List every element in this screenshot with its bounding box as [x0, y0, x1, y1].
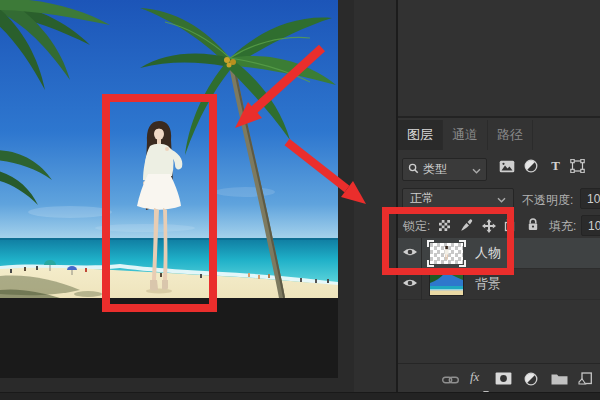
lock-image-icon[interactable] — [460, 219, 473, 235]
lock-transparency-icon[interactable] — [439, 220, 450, 231]
fill-label: 填充: — [549, 218, 576, 235]
fill-input[interactable]: 100 — [581, 215, 600, 236]
layer-name: 背景 — [475, 275, 501, 293]
chevron-down-icon — [472, 163, 481, 177]
visibility-toggle[interactable] — [398, 269, 422, 300]
lock-all-icon[interactable] — [527, 218, 539, 234]
tab-paths[interactable]: 路径 — [488, 120, 533, 150]
document-canvas[interactable] — [0, 0, 338, 298]
selection-bracket — [427, 240, 434, 247]
horizontal-scrollbar[interactable] — [0, 378, 354, 392]
blend-mode-row: 正常 不透明度: 100 — [398, 188, 600, 212]
lock-artboard-icon[interactable] — [503, 219, 516, 235]
layer-name: 人物 — [475, 244, 501, 262]
visibility-toggle[interactable] — [398, 238, 422, 269]
filter-kind-dropdown[interactable]: 类型 — [402, 158, 487, 181]
layers-list: 人物 背景 — [398, 238, 600, 300]
pixel-layer-filter-icon[interactable] — [499, 160, 515, 176]
photoshop-window: 图层 通道 路径 类型 T — [0, 0, 600, 400]
layer-mask-icon[interactable] — [495, 372, 512, 388]
blend-mode-value: 正常 — [410, 190, 497, 207]
filter-kind-label: 类型 — [423, 161, 472, 178]
opacity-input[interactable]: 100 — [580, 188, 600, 209]
layers-panel: 图层 通道 路径 类型 T — [398, 0, 600, 400]
tab-layers[interactable]: 图层 — [398, 120, 443, 150]
layer-thumbnail-background[interactable] — [430, 274, 463, 295]
layer-row-background[interactable]: 背景 — [398, 269, 600, 300]
tab-channels[interactable]: 通道 — [443, 120, 488, 150]
layers-bottom-bar: fx — [398, 363, 600, 392]
panel-tabbar: 图层 通道 路径 — [398, 120, 600, 150]
layer-row-person[interactable]: 人物 — [398, 238, 600, 269]
link-layers-icon[interactable] — [442, 374, 459, 388]
search-icon — [408, 163, 419, 177]
new-group-icon[interactable] — [551, 373, 568, 388]
layer-filter-row: 类型 T — [398, 152, 600, 186]
layer-style-icon[interactable]: fx — [470, 369, 479, 385]
selection-bracket — [459, 260, 466, 267]
lock-position-icon[interactable] — [482, 219, 496, 236]
lock-row: 锁定: 填充: 100 — [398, 214, 600, 238]
new-layer-icon[interactable] — [578, 372, 592, 388]
type-layer-filter-icon[interactable]: T — [549, 158, 562, 175]
eye-icon — [402, 246, 418, 260]
eye-icon — [402, 277, 418, 291]
blend-mode-dropdown[interactable]: 正常 — [402, 188, 514, 209]
selection-bracket — [459, 240, 466, 247]
beach-photo-image — [0, 0, 338, 298]
lock-label: 锁定: — [403, 218, 430, 235]
svg-text:T: T — [551, 158, 560, 172]
adjustment-layer-icon[interactable] — [524, 372, 538, 389]
panel-above-layers — [398, 0, 600, 118]
opacity-label: 不透明度: — [522, 192, 573, 209]
shape-layer-filter-icon[interactable] — [570, 159, 585, 176]
adjustment-layer-filter-icon[interactable] — [524, 159, 538, 176]
layer-thumbnail-person[interactable] — [430, 243, 463, 264]
chevron-down-icon — [497, 192, 506, 206]
workspace-gap — [354, 0, 396, 400]
vertical-scrollbar[interactable] — [338, 0, 354, 378]
selection-bracket — [427, 260, 434, 267]
beach-mini-thumbnail — [430, 274, 463, 295]
window-bottom-edge — [0, 392, 600, 400]
